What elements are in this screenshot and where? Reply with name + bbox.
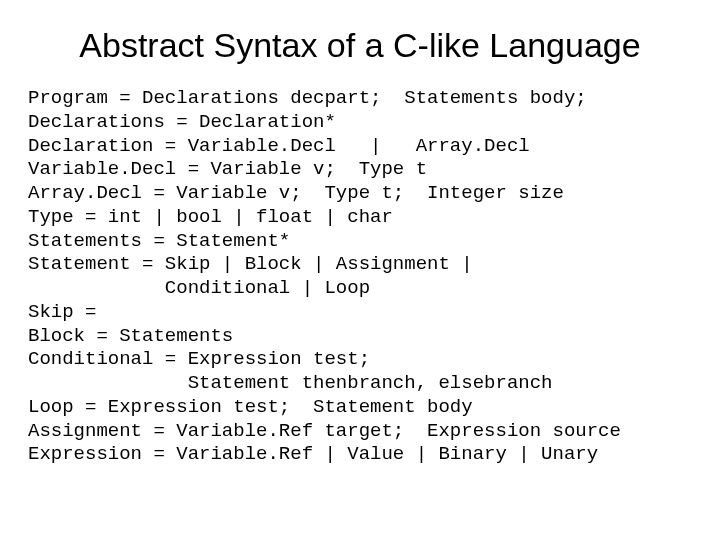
grammar-block: Program = Declarations decpart; Statemen… (28, 87, 684, 467)
slide: Abstract Syntax of a C-like Language Pro… (0, 0, 720, 540)
slide-title: Abstract Syntax of a C-like Language (36, 26, 684, 65)
